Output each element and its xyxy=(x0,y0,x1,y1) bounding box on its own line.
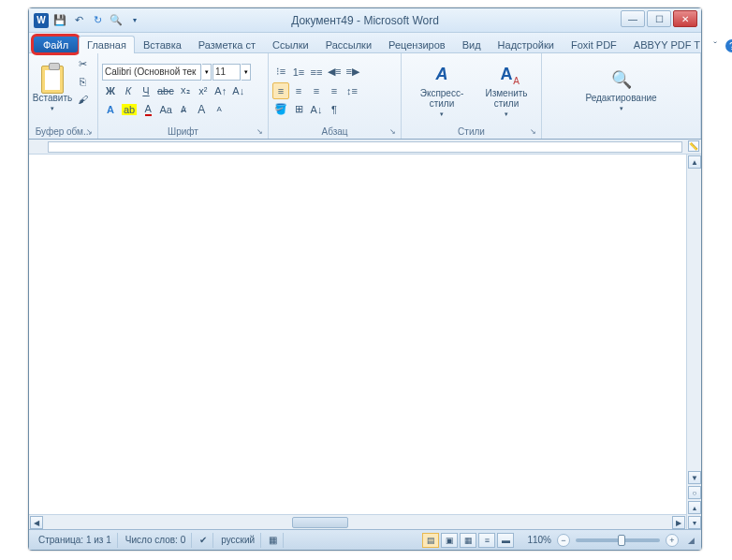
status-page[interactable]: Страница: 1 из 1 xyxy=(33,533,118,548)
view-outline-icon[interactable]: ≡ xyxy=(478,533,495,548)
tab-references[interactable]: Ссылки xyxy=(264,36,317,53)
status-proofing[interactable]: ✔ xyxy=(194,533,213,548)
show-hide-button[interactable]: ¶ xyxy=(326,101,343,118)
view-draft-icon[interactable]: ▬ xyxy=(497,533,514,548)
text-effects-button[interactable]: A xyxy=(102,101,119,118)
borders-button[interactable]: ⊞ xyxy=(290,101,307,118)
statusbar: Страница: 1 из 1 Число слов: 0 ✔ русский… xyxy=(29,529,701,550)
grow-font-button[interactable]: A↑ xyxy=(212,82,229,99)
clipboard-icon xyxy=(41,66,64,94)
document-area[interactable]: ▲ ▼ ○ ▴ ▾ ◀ ▶ xyxy=(29,155,701,529)
scroll-down-icon[interactable]: ▼ xyxy=(688,471,701,484)
clipboard-launcher-icon[interactable]: ↘ xyxy=(84,127,94,137)
scroll-up-icon[interactable]: ▲ xyxy=(688,155,701,169)
multilevel-list-button[interactable]: ≡≡ xyxy=(308,64,325,81)
strikethrough-button[interactable]: abc xyxy=(155,82,176,99)
grow-font-icon[interactable]: A xyxy=(193,101,210,118)
copy-icon[interactable]: ⎘ xyxy=(74,73,91,90)
tab-insert[interactable]: Вставка xyxy=(135,36,190,53)
view-web-layout-icon[interactable]: ▦ xyxy=(460,533,476,548)
font-name-select[interactable]: Calibri (Основной тек xyxy=(102,64,201,81)
change-case-button[interactable]: Aa xyxy=(157,101,174,118)
tab-abbyy-pdf[interactable]: ABBYY PDF T xyxy=(625,36,709,53)
font-launcher-icon[interactable]: ↘ xyxy=(255,127,264,137)
align-left-button[interactable]: ≡ xyxy=(272,82,289,99)
shading-button[interactable]: 🪣 xyxy=(272,101,289,118)
underline-button[interactable]: Ч xyxy=(138,82,154,99)
increase-indent-button[interactable]: ≡▶ xyxy=(344,64,360,81)
undo-icon[interactable]: ↶ xyxy=(70,12,87,29)
status-macro-icon[interactable]: ▦ xyxy=(263,533,284,548)
styles-launcher-icon[interactable]: ↘ xyxy=(528,127,537,137)
horizontal-scrollbar[interactable]: ◀ ▶ xyxy=(29,514,686,529)
line-spacing-button[interactable]: ↕≡ xyxy=(344,82,360,99)
font-size-dropdown-icon[interactable]: ▾ xyxy=(242,64,251,81)
editing-button[interactable]: 🔍 Редактирование ▾ xyxy=(580,55,663,125)
view-full-screen-icon[interactable]: ▣ xyxy=(441,533,458,548)
scroll-thumb[interactable] xyxy=(292,517,348,528)
view-print-layout-icon[interactable]: ▤ xyxy=(422,533,439,548)
group-label-styles: Стили↘ xyxy=(405,125,537,139)
status-word-count[interactable]: Число слов: 0 xyxy=(120,533,192,548)
highlight-button[interactable]: ab xyxy=(120,101,139,118)
window-controls: — ☐ ✕ xyxy=(621,10,697,27)
horizontal-ruler[interactable]: 📏 xyxy=(29,140,701,155)
font-size-select[interactable]: 11 xyxy=(212,64,241,81)
help-icon[interactable]: ? xyxy=(725,39,732,52)
zoom-out-button[interactable]: − xyxy=(557,534,570,547)
align-right-button[interactable]: ≡ xyxy=(308,82,325,99)
justify-button[interactable]: ≡ xyxy=(326,82,343,99)
tab-addins[interactable]: Надстройки xyxy=(490,36,563,53)
close-button[interactable]: ✕ xyxy=(673,10,697,27)
shrink-font-button[interactable]: A↓ xyxy=(230,82,247,99)
paragraph-launcher-icon[interactable]: ↘ xyxy=(388,127,397,137)
paste-button[interactable]: Вставить ▾ xyxy=(33,55,72,125)
tab-mailings[interactable]: Рассылки xyxy=(317,36,380,53)
numbering-button[interactable]: 1≡ xyxy=(290,64,307,81)
quick-styles-button[interactable]: A Экспресс-стили ▾ xyxy=(405,55,478,125)
tab-view[interactable]: Вид xyxy=(454,36,490,53)
font-name-dropdown-icon[interactable]: ▾ xyxy=(202,64,212,81)
tab-file[interactable]: Файл xyxy=(33,36,79,53)
decrease-indent-button[interactable]: ◀≡ xyxy=(326,64,343,81)
change-styles-icon: AA xyxy=(495,64,518,86)
find-icon[interactable]: 🔍 xyxy=(108,12,124,29)
shrink-font-icon[interactable]: A xyxy=(211,101,227,118)
ribbon-tabs: Файл Главная Вставка Разметка ст Ссылки … xyxy=(29,33,701,53)
tab-review[interactable]: Рецензиров xyxy=(380,36,454,53)
change-styles-button[interactable]: AA Изменить стили ▾ xyxy=(480,55,533,125)
tab-home[interactable]: Главная xyxy=(79,36,135,53)
subscript-button[interactable]: x₂ xyxy=(177,82,194,99)
next-page-icon[interactable]: ▾ xyxy=(688,516,701,529)
cut-icon[interactable]: ✂ xyxy=(74,55,91,72)
maximize-button[interactable]: ☐ xyxy=(647,10,671,27)
italic-button[interactable]: К xyxy=(120,82,137,99)
minimize-button[interactable]: — xyxy=(621,10,645,27)
zoom-in-button[interactable]: + xyxy=(666,534,679,547)
clear-formatting-button[interactable]: A̷ xyxy=(175,101,192,118)
bullets-button[interactable]: ⁝≡ xyxy=(272,64,289,81)
browse-object-icon[interactable]: ○ xyxy=(688,486,701,499)
save-icon[interactable]: 💾 xyxy=(51,12,68,29)
resize-grip-icon[interactable]: ◢ xyxy=(684,534,697,547)
word-app-icon[interactable]: W xyxy=(33,12,50,29)
format-painter-icon[interactable]: 🖌 xyxy=(74,91,91,108)
prev-page-icon[interactable]: ▴ xyxy=(688,501,701,514)
scroll-right-icon[interactable]: ▶ xyxy=(672,516,685,529)
font-color-button[interactable]: A xyxy=(139,101,156,118)
redo-icon[interactable]: ↻ xyxy=(89,12,106,29)
tab-page-layout[interactable]: Разметка ст xyxy=(190,36,264,53)
tab-foxit-pdf[interactable]: Foxit PDF xyxy=(563,36,625,53)
bold-button[interactable]: Ж xyxy=(102,82,119,99)
ruler-toggle-icon[interactable]: 📏 xyxy=(688,140,699,152)
superscript-button[interactable]: x² xyxy=(195,82,212,99)
align-center-button[interactable]: ≡ xyxy=(290,82,307,99)
zoom-level[interactable]: 110% xyxy=(523,535,555,545)
zoom-slider[interactable] xyxy=(576,538,660,542)
scroll-left-icon[interactable]: ◀ xyxy=(30,516,43,529)
status-language[interactable]: русский xyxy=(215,533,261,548)
sort-button[interactable]: A↓ xyxy=(308,101,325,118)
qat-dropdown-icon[interactable]: ▾ xyxy=(126,12,143,29)
vertical-scrollbar[interactable]: ▲ ▼ ○ ▴ ▾ xyxy=(686,155,701,529)
minimize-ribbon-icon[interactable]: ˇ xyxy=(709,39,722,52)
